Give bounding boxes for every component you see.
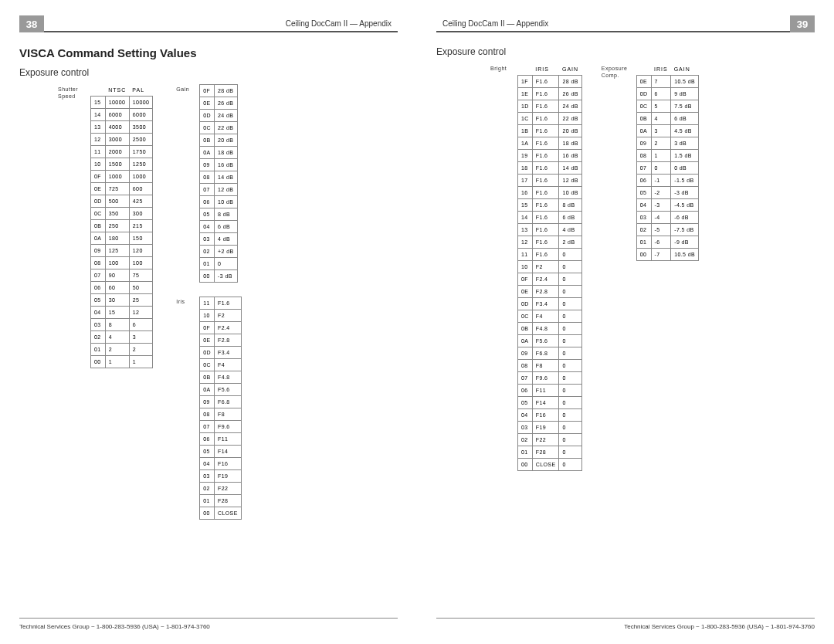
table-cell: 0 (559, 397, 581, 409)
table-row: 1EF1.626 dB (518, 88, 582, 100)
table-cell: 12 dB (559, 175, 581, 187)
table-cell: 0A (518, 335, 533, 347)
table-row: 046 dB (200, 221, 237, 233)
table-cell: F3.4 (532, 298, 559, 310)
table-cell: 00 (200, 270, 215, 283)
table-cell: 0 (559, 459, 581, 471)
table-cell: 0 (559, 298, 581, 310)
table-cell: CLOSE (215, 507, 242, 520)
table-cell: 0 (559, 323, 581, 335)
table-cell: 04 (518, 409, 533, 422)
table-cell: 0C (518, 310, 533, 323)
table-cell: 10 dB (559, 187, 581, 199)
table-row: 0BF4.8 (200, 371, 241, 384)
table-cell: 14 dB (215, 171, 238, 184)
table-row: 03F190 (518, 422, 582, 434)
table-cell: -3 dB (671, 187, 699, 199)
table-cell: F1.6 (532, 113, 559, 125)
table-cell: 7 (651, 76, 671, 88)
table-cell: 250 (105, 220, 129, 232)
table-row: 0EF2.8 (200, 334, 241, 347)
table-cell: 1B (518, 125, 533, 137)
table-cell: 03 (636, 212, 651, 224)
table-cell: F19 (532, 422, 559, 434)
header-bar-right: Ceiling DocCam II — Appendix 39 (436, 15, 815, 32)
table-row: 05F14 (200, 446, 241, 458)
table-row: 18F1.614 dB (518, 162, 582, 175)
table-cell: 10.5 dB (671, 249, 699, 261)
table-cell: CLOSE (532, 459, 559, 471)
table-row: 0B46 dB (636, 113, 698, 125)
table-cell: 1250 (129, 158, 152, 171)
table-cell: 1F (518, 76, 533, 88)
table-cell: 3 (651, 125, 671, 137)
table-cell: 0F (91, 171, 106, 183)
table-cell: 4 (105, 331, 129, 344)
table-cell: F1.6 (532, 175, 559, 187)
table-row: 0D69 dB (636, 88, 698, 100)
table-cell: F14 (215, 446, 242, 458)
table-cell: 08 (200, 408, 215, 421)
table-cell: F6.8 (532, 347, 559, 360)
table-cell: 6 (129, 319, 152, 331)
table-cell: 03 (518, 422, 533, 434)
table-cell: 0D (200, 347, 215, 359)
table-cell: 7.5 dB (671, 100, 699, 113)
table-cell: 09 (200, 396, 215, 408)
table-cell: F4 (532, 310, 559, 323)
table-row: 0C22 dB (200, 122, 237, 134)
table-row: 0FF2.40 (518, 273, 582, 286)
table-cell: 01 (636, 236, 651, 249)
table-row: 11F1.6 (200, 297, 241, 310)
table-cell: 19 (518, 150, 533, 162)
table-row: 16F1.610 dB (518, 187, 582, 199)
table-cell: 28 dB (215, 85, 238, 97)
table-row: 1015001250 (91, 158, 153, 171)
table-cell: 4.5 dB (671, 125, 699, 137)
table-row: 010 (200, 258, 237, 270)
table-cell: F1.6 (532, 212, 559, 224)
table-cell: 18 dB (559, 137, 581, 150)
table-row: 0B20 dB (200, 134, 237, 147)
table-row: 02+2 dB (200, 246, 237, 258)
table-cell: 0 (559, 335, 581, 347)
table-cell: 4 dB (215, 233, 238, 246)
iris-table: 11F1.610F20FF2.40EF2.80DF3.40CF40BF4.80A… (199, 297, 241, 520)
table-cell: F4.8 (215, 371, 242, 384)
table-cell: 04 (91, 307, 106, 319)
table-row: 13F1.64 dB (518, 224, 582, 236)
table-header: NTSC (105, 84, 129, 97)
table-cell: 1000 (105, 171, 129, 183)
table-cell: 03 (200, 470, 215, 483)
table-row: 00-3 dB (200, 270, 237, 283)
table-cell: 10000 (105, 97, 129, 109)
table-row: 07F9.60 (518, 372, 582, 385)
table-cell: 6 (651, 88, 671, 100)
table-cell: F1.6 (532, 76, 559, 88)
table-cell: -2 (651, 187, 671, 199)
table-cell: 05 (518, 397, 533, 409)
table-row: 1120001750 (91, 146, 153, 158)
table-cell: 0 (559, 360, 581, 372)
table-cell: 0B (518, 323, 533, 335)
table-row: 1340003500 (91, 121, 153, 134)
table-cell: 05 (91, 294, 106, 307)
table-row: 00CLOSE (200, 507, 241, 520)
table-cell: 25 (129, 294, 152, 307)
table-cell: 215 (129, 220, 152, 232)
table-cell: 09 (200, 159, 215, 171)
table-row: 06-1-1.5 dB (636, 175, 698, 187)
table-cell: 0 (559, 434, 581, 446)
table-row: 0A180150 (91, 232, 153, 245)
table-cell: 07 (91, 269, 106, 282)
table-row: 0DF3.40 (518, 298, 582, 310)
gain-table-wrap: Gain 0F28 dB0E26 dB0D24 dB0C22 dB0B20 dB… (176, 84, 241, 283)
table-cell: 30 (105, 294, 129, 307)
table-cell: 0A (200, 147, 215, 159)
bright-table-wrap: Bright IRISGAIN1FF1.628 dB1EF1.626 dB1DF… (490, 63, 582, 471)
table-cell: 1D (518, 100, 533, 113)
table-cell: 0 (651, 162, 671, 175)
table-row: 0610 dB (200, 196, 237, 208)
table-row: 0E26 dB (200, 97, 237, 110)
table-cell: F1.6 (532, 199, 559, 212)
